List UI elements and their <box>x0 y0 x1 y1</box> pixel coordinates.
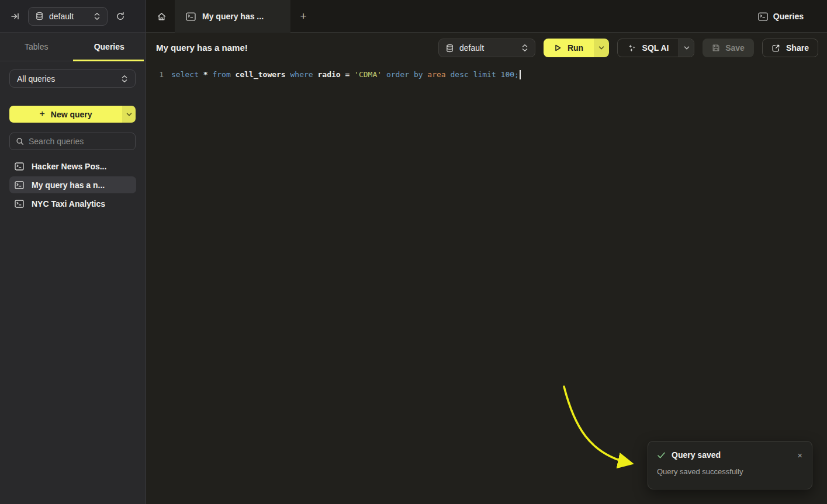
sql-ai-button[interactable]: SQL AI <box>618 39 679 57</box>
query-item-label: My query has a n... <box>32 180 105 190</box>
unfold-icon <box>121 75 128 83</box>
search-queries-input[interactable] <box>29 137 129 146</box>
query-terminal-icon <box>186 12 196 21</box>
sidebar: Tables Queries All queries + New query <box>0 33 146 504</box>
sql-ai-dropdown-button[interactable] <box>679 39 694 57</box>
plus-icon: + <box>300 10 306 23</box>
tab-queries[interactable]: Queries <box>73 33 146 61</box>
collapse-sidebar-icon <box>11 12 20 21</box>
sidebar-database-value: default <box>49 12 88 21</box>
close-icon: × <box>797 450 802 460</box>
sql-ai-button-group: SQL AI <box>617 39 694 57</box>
save-icon <box>712 44 720 52</box>
code-tokens: select * from cell_towers where radio = … <box>171 69 519 81</box>
refresh-button[interactable] <box>112 8 129 25</box>
run-button-group: Run <box>544 39 609 57</box>
new-query-button[interactable]: + New query <box>9 106 122 123</box>
database-icon <box>35 12 44 20</box>
query-terminal-icon <box>15 162 24 171</box>
tab-label: My query has ... <box>202 12 264 21</box>
run-dropdown-button[interactable] <box>594 39 609 57</box>
topbar-tab-strip: My query has ... + Queries <box>146 0 827 33</box>
topbar-sidebar-header: default <box>0 0 146 33</box>
sparkles-icon <box>628 44 636 53</box>
play-icon <box>554 44 562 52</box>
share-external-icon <box>771 44 780 53</box>
app-window: default <box>0 0 827 504</box>
check-icon <box>657 451 666 459</box>
sidebar-database-selector[interactable]: default <box>28 7 108 26</box>
toast-message: Query saved successfully <box>657 467 802 476</box>
tab-my-query[interactable]: My query has ... <box>175 0 290 33</box>
queries-icon <box>758 12 768 21</box>
new-query-button-group: + New query <box>9 106 136 123</box>
chevron-down-icon <box>598 46 604 50</box>
editor-database-value: default <box>459 43 516 53</box>
toast-header: Query saved × <box>657 450 802 460</box>
unfold-icon <box>521 44 528 52</box>
queries-corner-label: Queries <box>773 12 804 21</box>
new-query-label: New query <box>51 110 92 119</box>
new-tab-button[interactable]: + <box>295 8 312 25</box>
search-queries-box <box>9 133 136 150</box>
collapse-sidebar-button[interactable] <box>7 8 23 25</box>
tab-tables-label: Tables <box>25 42 48 51</box>
editor-database-selector[interactable]: default <box>438 39 535 57</box>
tab-queries-label: Queries <box>94 42 124 51</box>
save-label: Save <box>725 43 745 53</box>
refresh-icon <box>116 12 125 21</box>
query-filter-value: All queries <box>17 74 121 84</box>
unfold-icon <box>94 12 101 20</box>
query-item-label: Hacker News Pos... <box>32 162 106 171</box>
share-button[interactable]: Share <box>762 39 818 57</box>
chevron-down-icon <box>684 46 690 50</box>
run-label: Run <box>568 43 583 53</box>
sidebar-tabs: Tables Queries <box>0 33 146 61</box>
new-query-dropdown-button[interactable] <box>122 106 136 123</box>
queries-corner-button[interactable]: Queries <box>758 0 804 33</box>
query-list-item[interactable]: NYC Taxi Analytics <box>9 195 136 212</box>
code-line: 1 select * from cell_towers where radio … <box>156 69 521 81</box>
search-icon <box>16 137 24 145</box>
run-button[interactable]: Run <box>544 39 594 57</box>
sql-editor[interactable]: 1 select * from cell_towers where radio … <box>146 63 827 504</box>
save-button[interactable]: Save <box>703 39 754 57</box>
home-icon <box>157 12 167 22</box>
plus-icon: + <box>39 109 44 119</box>
query-terminal-icon <box>15 200 24 208</box>
toast-query-saved: Query saved × Query saved successfully <box>648 441 812 489</box>
query-item-label: NYC Taxi Analytics <box>32 199 105 208</box>
text-cursor <box>520 70 521 79</box>
toast-title: Query saved <box>672 450 721 460</box>
line-number: 1 <box>156 69 164 81</box>
query-editor-panel: My query has a name! default <box>146 33 827 504</box>
query-list-item[interactable]: Hacker News Pos... <box>9 158 136 175</box>
query-list: Hacker News Pos... My query has a n... <box>9 158 136 212</box>
query-filter-select[interactable]: All queries <box>9 69 136 88</box>
sql-ai-label: SQL AI <box>642 43 669 53</box>
toast-close-button[interactable]: × <box>797 451 802 460</box>
share-label: Share <box>786 43 809 53</box>
chevron-down-icon <box>126 112 132 117</box>
query-title: My query has a name! <box>156 43 248 53</box>
query-terminal-icon <box>15 181 24 189</box>
home-button[interactable] <box>153 8 169 25</box>
query-list-item-selected[interactable]: My query has a n... <box>9 176 136 193</box>
database-icon <box>445 44 454 53</box>
tab-tables[interactable]: Tables <box>0 33 73 61</box>
